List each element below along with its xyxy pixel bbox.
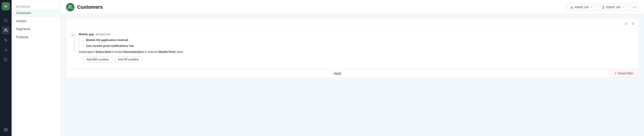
sidebar-item-customers[interactable]: Customers	[12, 9, 60, 17]
bottom-condition-row: Subscription Subscribed in brand Demonst…	[79, 50, 634, 54]
svg-point-0	[4, 19, 7, 22]
svg-point-7	[5, 129, 6, 130]
filter-panel: ↺ ↻ +	[66, 19, 639, 78]
x-icon: ✕	[614, 72, 617, 75]
search-icon-rail[interactable]	[2, 16, 10, 24]
header: Customers Import .csv Export .csv ⋯	[61, 0, 644, 14]
header-actions: Import .csv Export .csv ⋯	[567, 3, 639, 11]
avatar[interactable]: m	[2, 2, 10, 10]
undo-button[interactable]: ↺	[623, 21, 629, 27]
add-and-condition-button[interactable]: Add AND condition	[83, 57, 112, 62]
page-title: Customers	[77, 4, 103, 10]
sidebar-item-actions[interactable]: Actions	[12, 17, 60, 25]
main-content: Customers Import .csv Export .csv ⋯ ↺	[61, 0, 644, 136]
megaphone-icon-rail[interactable]	[2, 36, 10, 44]
filter-body: + Mobile app at least one	[66, 29, 638, 69]
condition-actions: Add AND condition Add OR condition	[83, 57, 634, 62]
puzzle-icon-rail[interactable]	[2, 56, 10, 64]
sidebar-section-label: Database	[12, 4, 60, 9]
chart-icon-rail[interactable]	[2, 46, 10, 54]
add-condition-plus-button[interactable]: +	[71, 33, 75, 37]
export-csv-button[interactable]: Export .csv	[598, 4, 628, 10]
redo-button[interactable]: ↻	[630, 21, 636, 27]
icon-rail: m	[0, 0, 12, 136]
customers-icon	[66, 3, 74, 11]
sub-condition-1: Mobile OS application Android	[82, 38, 634, 42]
tree-line-horizontal-2	[82, 46, 84, 46]
svg-line-1	[6, 21, 7, 22]
filter-footer: Apply ✕ Reset filter	[66, 69, 638, 78]
content-area: ↺ ↻ +	[61, 14, 644, 136]
top-condition-row: Mobile app at least one	[79, 32, 634, 36]
header-left: Customers	[66, 3, 103, 11]
filter-toolbar: ↺ ↻	[66, 19, 638, 29]
sidebar-item-products[interactable]: Products	[12, 33, 60, 41]
gear-icon-rail[interactable]	[2, 126, 10, 134]
svg-point-2	[5, 29, 6, 30]
reset-filter-button[interactable]: ✕ Reset filter	[609, 69, 638, 78]
users-icon-rail[interactable]	[2, 26, 10, 34]
apply-button[interactable]: Apply	[66, 69, 609, 78]
more-options-button[interactable]: ⋯	[630, 3, 639, 11]
import-csv-button[interactable]: Import .csv	[567, 4, 596, 10]
sidebar-item-segments[interactable]: Segments	[12, 25, 60, 33]
sidebar: Database Customers Actions Segments Prod…	[12, 0, 61, 136]
add-or-condition-button[interactable]: Add OR condition	[114, 57, 142, 62]
sub-condition-2: Can receive push notifications Yes	[82, 44, 634, 48]
svg-point-8	[69, 5, 70, 7]
